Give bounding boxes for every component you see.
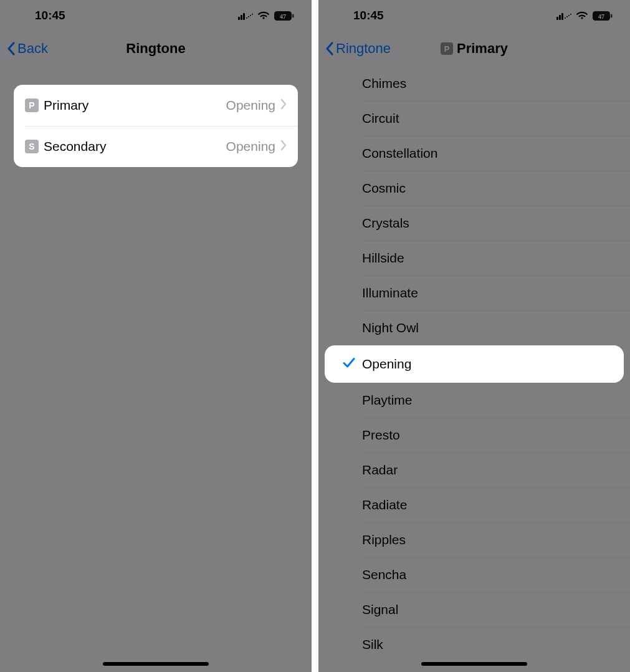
ringtone-name: Ripples (362, 532, 406, 547)
status-bar: 10:45 47 (318, 0, 630, 31)
ringtone-list[interactable]: ChimesCircuitConstellationCosmicCrystals… (318, 66, 630, 662)
ringtone-row[interactable]: Ripples (318, 522, 630, 557)
back-label: Ringtone (336, 41, 391, 57)
battery-icon: 47 (274, 11, 294, 21)
battery-icon: 47 (593, 11, 613, 21)
ringtone-row[interactable]: Presto (318, 418, 630, 453)
row-value: Opening (226, 98, 275, 113)
ringtone-name: Circuit (362, 111, 399, 126)
status-bar: 10:45 47 (0, 0, 312, 31)
row-label: Secondary (44, 139, 226, 154)
svg-rect-4 (248, 16, 249, 17)
ringtone-name: Hillside (362, 251, 404, 266)
chevron-right-icon (280, 140, 287, 153)
ringtone-row[interactable]: Playtime (318, 383, 630, 418)
back-button[interactable]: Back (6, 41, 48, 57)
chevron-left-icon (6, 41, 16, 56)
wifi-icon (257, 11, 270, 20)
ringtone-name: Radar (362, 463, 398, 478)
row-value: Opening (226, 139, 275, 154)
ringtone-row[interactable]: Circuit (318, 101, 630, 136)
ringtone-row[interactable]: Chimes (318, 66, 630, 101)
sim-badge-p-icon: P (441, 42, 453, 55)
chevron-right-icon (280, 98, 287, 112)
ringtone-row[interactable]: Sencha (318, 557, 630, 592)
ringtone-row[interactable]: Cosmic (318, 171, 630, 206)
dual-sim-signal-icon (556, 11, 571, 20)
phone-left: 10:45 47 Back Ringtone P (0, 0, 312, 672)
battery-level-text: 47 (598, 12, 604, 19)
ringtone-name: Radiate (362, 497, 407, 512)
svg-rect-17 (611, 14, 613, 17)
nav-bar: Back Ringtone (0, 31, 312, 66)
nav-title: Ringtone (126, 41, 185, 57)
svg-rect-1 (241, 15, 242, 20)
ringtone-row[interactable]: Constellation (318, 136, 630, 171)
svg-rect-6 (252, 14, 253, 15)
ringtone-row[interactable]: Signal (318, 592, 630, 627)
ringtone-row[interactable]: Night Owl (318, 310, 630, 345)
nav-title: P Primary (441, 41, 508, 57)
status-time: 10:45 (35, 9, 65, 22)
ringtone-row[interactable]: Radar (318, 453, 630, 487)
status-right: 47 (238, 11, 294, 21)
ringtone-name: Opening (362, 357, 411, 372)
svg-rect-13 (566, 16, 568, 17)
ringtone-row[interactable]: Illuminate (318, 276, 630, 310)
sim-ringtone-card: P Primary Opening S Secondary Opening (14, 85, 298, 167)
svg-rect-11 (561, 13, 563, 20)
ringtone-name: Cosmic (362, 181, 406, 196)
ringtone-row[interactable]: Hillside (318, 241, 630, 276)
sim-badge-p-icon: P (25, 98, 39, 112)
ringtone-name: Silk (362, 637, 383, 652)
svg-rect-10 (559, 15, 561, 20)
back-button[interactable]: Ringtone (325, 41, 391, 57)
wifi-icon (576, 11, 588, 20)
svg-rect-3 (246, 17, 247, 19)
ringtone-name: Presto (362, 428, 400, 443)
svg-rect-5 (250, 15, 251, 16)
svg-rect-12 (565, 17, 566, 19)
battery-level-text: 47 (280, 12, 286, 19)
sim-badge-s-icon: S (25, 140, 39, 153)
status-right: 47 (556, 11, 613, 21)
ringtone-name: Sencha (362, 567, 406, 582)
svg-rect-14 (568, 15, 570, 16)
svg-rect-8 (292, 14, 294, 17)
back-label: Back (17, 41, 48, 57)
ringtone-name: Illuminate (362, 286, 418, 300)
secondary-sim-row[interactable]: S Secondary Opening (14, 126, 298, 167)
ringtone-row[interactable]: Silk (318, 627, 630, 662)
chevron-left-icon (325, 41, 335, 56)
checkmark-icon (342, 356, 356, 373)
dual-sim-signal-icon (238, 11, 253, 20)
home-indicator[interactable] (421, 662, 527, 666)
phone-right: 10:45 47 Ringtone P Primary ChimesCircui… (318, 0, 630, 672)
ringtone-name: Constellation (362, 146, 437, 161)
ringtone-name: Signal (362, 602, 398, 617)
svg-rect-15 (570, 14, 571, 15)
ringtone-row[interactable]: Radiate (318, 487, 630, 522)
ringtone-name: Playtime (362, 393, 413, 408)
svg-rect-0 (238, 17, 240, 20)
ringtone-row[interactable]: Opening (325, 345, 624, 383)
status-time: 10:45 (353, 9, 384, 22)
ringtone-name: Chimes (362, 76, 406, 91)
ringtone-name: Crystals (362, 216, 409, 231)
svg-rect-9 (556, 17, 558, 20)
ringtone-name: Night Owl (362, 320, 419, 335)
svg-rect-2 (243, 13, 245, 20)
nav-bar: Ringtone P Primary (318, 31, 630, 66)
primary-sim-row[interactable]: P Primary Opening (14, 85, 298, 126)
ringtone-row[interactable]: Crystals (318, 206, 630, 241)
home-indicator[interactable] (103, 662, 209, 666)
row-label: Primary (44, 98, 226, 113)
content-area: P Primary Opening S Secondary Opening (0, 66, 312, 167)
